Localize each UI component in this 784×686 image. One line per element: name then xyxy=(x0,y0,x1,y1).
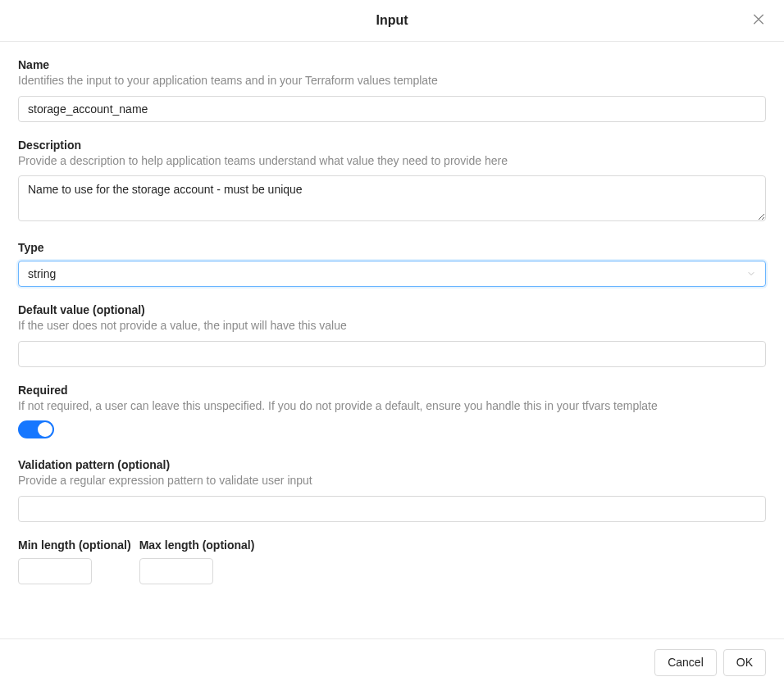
name-help: Identifies the input to your application… xyxy=(18,73,766,89)
default-value-help: If the user does not provide a value, th… xyxy=(18,318,766,334)
type-select[interactable]: string xyxy=(18,261,766,287)
type-select-value: string xyxy=(28,267,746,280)
modal-body: Name Identifies the input to your applic… xyxy=(0,42,784,638)
default-value-group: Default value (optional) If the user doe… xyxy=(18,303,766,367)
required-toggle[interactable] xyxy=(18,420,54,438)
required-group: Required If not required, a user can lea… xyxy=(18,384,766,443)
modal-header: Input xyxy=(0,0,784,42)
ok-button[interactable]: OK xyxy=(723,649,766,676)
validation-pattern-group: Validation pattern (optional) Provide a … xyxy=(18,458,766,522)
name-input[interactable] xyxy=(18,96,766,122)
default-value-label: Default value (optional) xyxy=(18,303,766,316)
validation-pattern-label: Validation pattern (optional) xyxy=(18,458,766,471)
chevron-down-icon xyxy=(746,269,756,279)
description-help: Provide a description to help applicatio… xyxy=(18,153,766,170)
description-textarea[interactable]: Name to use for the storage account - mu… xyxy=(18,175,766,221)
required-help: If not required, a user can leave this u… xyxy=(18,398,766,415)
type-label: Type xyxy=(18,241,766,254)
max-length-group: Max length (optional) xyxy=(139,538,255,584)
modal-footer: Cancel OK xyxy=(0,638,784,686)
cancel-button[interactable]: Cancel xyxy=(654,649,717,676)
close-icon xyxy=(751,12,766,30)
validation-pattern-help: Provide a regular expression pattern to … xyxy=(18,473,766,489)
min-length-group: Min length (optional) xyxy=(18,538,131,584)
input-modal: Input Name Identifies the input to your … xyxy=(0,0,784,686)
validation-pattern-input[interactable] xyxy=(18,496,766,522)
min-length-label: Min length (optional) xyxy=(18,538,131,552)
modal-title: Input xyxy=(376,13,408,28)
min-length-input[interactable] xyxy=(18,558,92,584)
max-length-label: Max length (optional) xyxy=(139,538,255,552)
max-length-input[interactable] xyxy=(139,558,213,584)
required-label: Required xyxy=(18,384,766,397)
length-row: Min length (optional) Max length (option… xyxy=(18,538,766,584)
default-value-input[interactable] xyxy=(18,341,766,367)
name-label: Name xyxy=(18,58,766,71)
description-group: Description Provide a description to hel… xyxy=(18,139,766,225)
type-group: Type string xyxy=(18,241,766,287)
name-group: Name Identifies the input to your applic… xyxy=(18,58,766,122)
description-label: Description xyxy=(18,139,766,152)
close-button[interactable] xyxy=(748,9,769,33)
